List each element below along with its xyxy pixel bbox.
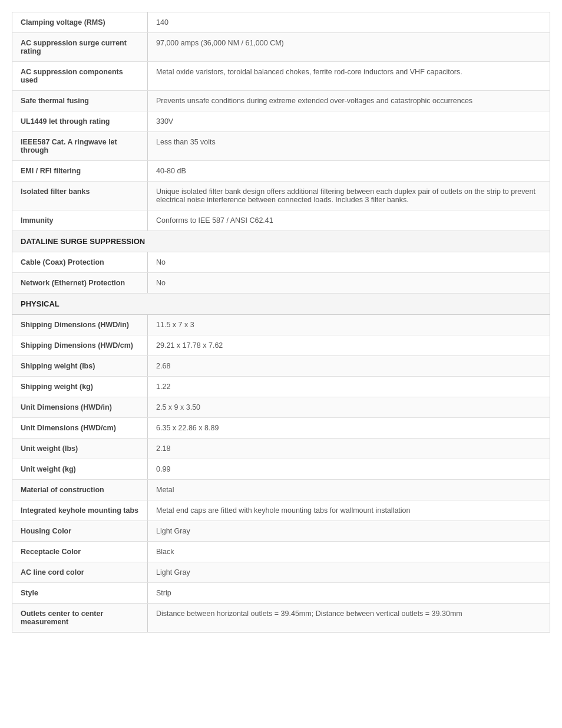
- table-row: Shipping weight (lbs)2.68: [12, 356, 550, 377]
- row-value: Metal end caps are fitted with keyhole m…: [148, 500, 550, 521]
- table-row: Material of constructionMetal: [12, 480, 550, 500]
- row-label: Unit Dimensions (HWD/cm): [12, 418, 148, 439]
- row-label: IEEE587 Cat. A ringwave let through: [12, 132, 148, 161]
- table-row: EMI / RFI filtering40-80 dB: [12, 161, 550, 182]
- row-label: Clamping voltage (RMS): [12, 12, 148, 33]
- table-row: Shipping Dimensions (HWD/in)11.5 x 7 x 3: [12, 315, 550, 335]
- table-row: IEEE587 Cat. A ringwave let throughLess …: [12, 132, 550, 161]
- table-row: StyleStrip: [12, 583, 550, 604]
- row-label: Unit weight (lbs): [12, 439, 148, 459]
- section-header: DATALINE SURGE SUPPRESSION: [12, 231, 550, 252]
- table-row: Network (Ethernet) ProtectionNo: [12, 273, 550, 294]
- table-row: Isolated filter banksUnique isolated fil…: [12, 182, 550, 210]
- table-row: Housing ColorLight Gray: [12, 521, 550, 542]
- table-row: Unit Dimensions (HWD/in)2.5 x 9 x 3.50: [12, 397, 550, 418]
- table-row: Clamping voltage (RMS)140: [12, 12, 550, 33]
- row-value: Light Gray: [148, 521, 550, 542]
- row-label: Outlets center to center measurement: [12, 604, 148, 633]
- row-value: 2.68: [148, 356, 550, 377]
- row-value: Distance between horizontal outlets = 39…: [148, 604, 550, 633]
- row-value: Light Gray: [148, 562, 550, 583]
- row-label: Unit Dimensions (HWD/in): [12, 397, 148, 418]
- row-label: UL1449 let through rating: [12, 111, 148, 132]
- row-label: Shipping weight (lbs): [12, 356, 148, 377]
- row-value: Conforms to IEE 587 / ANSI C62.41: [148, 210, 550, 231]
- row-value: 2.5 x 9 x 3.50: [148, 397, 550, 418]
- row-value: 40-80 dB: [148, 161, 550, 182]
- row-value: No: [148, 273, 550, 294]
- row-value: 2.18: [148, 439, 550, 459]
- row-label: Shipping Dimensions (HWD/in): [12, 315, 148, 335]
- row-value: Black: [148, 542, 550, 562]
- section-header: PHYSICAL: [12, 294, 550, 315]
- row-label: Style: [12, 583, 148, 604]
- row-label: Integrated keyhole mounting tabs: [12, 500, 148, 521]
- row-value: Less than 35 volts: [148, 132, 550, 161]
- row-label: Cable (Coax) Protection: [12, 252, 148, 273]
- row-value: 0.99: [148, 459, 550, 480]
- row-label: Immunity: [12, 210, 148, 231]
- section-header-label: PHYSICAL: [12, 294, 550, 315]
- row-value: Unique isolated filter bank design offer…: [148, 182, 550, 210]
- table-row: ImmunityConforms to IEE 587 / ANSI C62.4…: [12, 210, 550, 231]
- row-label: Shipping weight (kg): [12, 377, 148, 397]
- table-row: UL1449 let through rating330V: [12, 111, 550, 132]
- row-label: AC line cord color: [12, 562, 148, 583]
- table-row: Unit weight (kg)0.99: [12, 459, 550, 480]
- table-row: AC suppression components usedMetal oxid…: [12, 62, 550, 91]
- row-value: 6.35 x 22.86 x 8.89: [148, 418, 550, 439]
- row-label: AC suppression components used: [12, 62, 148, 91]
- row-label: Receptacle Color: [12, 542, 148, 562]
- row-value: No: [148, 252, 550, 273]
- table-row: Receptacle ColorBlack: [12, 542, 550, 562]
- row-value: Metal oxide varistors, toroidal balanced…: [148, 62, 550, 91]
- table-row: Cable (Coax) ProtectionNo: [12, 252, 550, 273]
- table-row: Outlets center to center measurementDist…: [12, 604, 550, 633]
- table-row: AC suppression surge current rating97,00…: [12, 33, 550, 62]
- table-row: Unit Dimensions (HWD/cm)6.35 x 22.86 x 8…: [12, 418, 550, 439]
- row-label: Material of construction: [12, 480, 148, 500]
- row-value: Strip: [148, 583, 550, 604]
- row-value: Metal: [148, 480, 550, 500]
- row-label: Unit weight (kg): [12, 459, 148, 480]
- row-label: AC suppression surge current rating: [12, 33, 148, 62]
- row-label: Shipping Dimensions (HWD/cm): [12, 335, 148, 356]
- row-label: Safe thermal fusing: [12, 91, 148, 111]
- row-value: 1.22: [148, 377, 550, 397]
- row-label: Network (Ethernet) Protection: [12, 273, 148, 294]
- row-value: 97,000 amps (36,000 NM / 61,000 CM): [148, 33, 550, 62]
- table-row: Shipping Dimensions (HWD/cm)29.21 x 17.7…: [12, 335, 550, 356]
- table-row: AC line cord colorLight Gray: [12, 562, 550, 583]
- row-value: 330V: [148, 111, 550, 132]
- row-value: 140: [148, 12, 550, 33]
- table-row: Unit weight (lbs)2.18: [12, 439, 550, 459]
- table-row: Safe thermal fusingPrevents unsafe condi…: [12, 91, 550, 111]
- section-header-label: DATALINE SURGE SUPPRESSION: [12, 231, 550, 252]
- spec-table: Clamping voltage (RMS)140AC suppression …: [12, 12, 550, 633]
- row-value: 11.5 x 7 x 3: [148, 315, 550, 335]
- row-value: 29.21 x 17.78 x 7.62: [148, 335, 550, 356]
- row-value: Prevents unsafe conditions during extrem…: [148, 91, 550, 111]
- table-row: Shipping weight (kg)1.22: [12, 377, 550, 397]
- table-row: Integrated keyhole mounting tabsMetal en…: [12, 500, 550, 521]
- row-label: EMI / RFI filtering: [12, 161, 148, 182]
- row-label: Isolated filter banks: [12, 182, 148, 210]
- row-label: Housing Color: [12, 521, 148, 542]
